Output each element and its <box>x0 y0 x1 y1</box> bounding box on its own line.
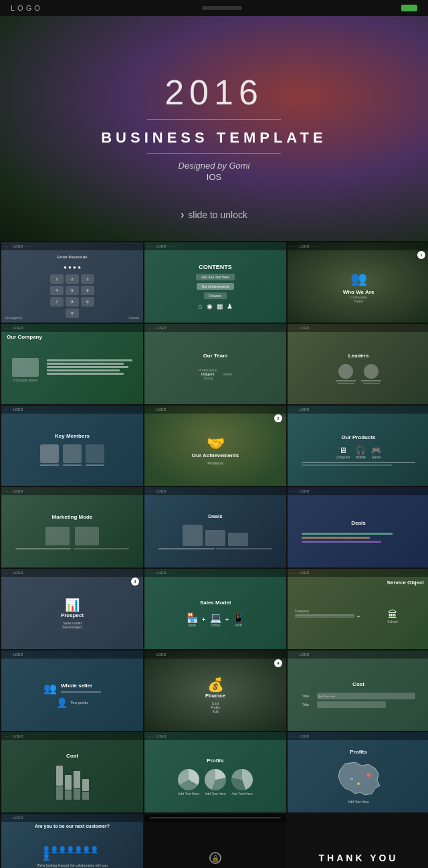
slide-profits-1[interactable]: ····· LOGO Profits Add Text Here Add Tex… <box>144 732 286 812</box>
team-label-1: Professional <box>199 368 217 372</box>
public-label: The public <box>70 701 89 705</box>
contents-icons: ⌂ ◉ ▦ ♟ <box>198 302 232 310</box>
slide-num-4: 4 <box>274 659 282 667</box>
deals-element-1 <box>183 525 203 546</box>
slide-team[interactable]: ····· LOGO Our Team Professional Diligen… <box>144 324 286 404</box>
pin-1[interactable]: 1 <box>50 274 64 284</box>
finance-add: Add <box>213 709 219 713</box>
deals1-content: Deals <box>144 487 286 568</box>
cost-bar-b <box>56 786 63 800</box>
pin-grid: 1 2 3 4 5 6 7 8 9 <box>50 274 94 307</box>
service-content: Service Object Company + 🏛 School <box>288 569 428 649</box>
slide-cost-2[interactable]: ····· LOGO Cost <box>1 732 143 812</box>
hero-subtitle: Designed by Gomi <box>179 161 250 171</box>
pin-9[interactable]: 9 <box>81 297 94 307</box>
slide-company[interactable]: ····· LOGO Our Company Company Name <box>1 324 143 404</box>
slide-5-topbar: ····· LOGO <box>144 324 286 332</box>
camera-icon: ◉ <box>207 302 213 310</box>
cost-label-title-2: Title <box>302 703 315 707</box>
profits-pie-2-label: Add Text Here <box>205 792 226 796</box>
slide-pin[interactable]: ····· LOGO ····· Enter Passcode ● ● ● ● … <box>1 242 143 323</box>
salesmodel-title: Sales Model <box>200 600 231 606</box>
pin-2[interactable]: 2 <box>66 274 79 284</box>
salesmodel-content: Sales Model 🏪 Store + 💻 Online + 📱 APP <box>144 569 286 649</box>
slide-deals-2[interactable]: ····· LOGO Deals <box>288 487 428 568</box>
profits-pie-3 <box>231 769 253 790</box>
profits1-content: Profits Add Text Here Add Text Here Add … <box>144 732 286 812</box>
slide-blank: 🔒 <box>144 814 286 868</box>
slide-finance[interactable]: ····· LOGO 4 💰 Finance Cost Profits Add <box>144 650 286 731</box>
slide-16-topbar: ····· LOGO <box>1 650 143 659</box>
company-content: Our Company Company Name <box>1 324 143 404</box>
pin-5[interactable]: 5 <box>66 286 79 295</box>
customer-content: Are you to be our next customer? 👤👤👤👤👤👤👤… <box>1 814 143 868</box>
svg-point-0 <box>366 773 370 777</box>
pin-7[interactable]: 7 <box>50 297 64 307</box>
hero-battery <box>401 5 417 11</box>
pin-0[interactable]: 0 <box>66 309 79 318</box>
slide-wholeseller[interactable]: ····· LOGO 👥 Whole seller 👤 The public <box>1 650 143 731</box>
slide-deals-1[interactable]: ····· LOGO Deals <box>144 487 286 568</box>
mkt-line-1 <box>15 548 71 549</box>
profits1-title: Profits <box>207 758 223 764</box>
prospect-sub2: Serviceobject <box>62 625 82 629</box>
deals-element-3 <box>228 533 248 546</box>
slide-contents[interactable]: ····· LOGO ····· CONTENTS Add Key Text H… <box>144 242 286 323</box>
cost2-title: Cost <box>66 753 78 759</box>
slide-14-topbar: ····· LOGO <box>144 569 286 577</box>
cost2-content: Cost <box>1 732 143 812</box>
slide-prospect[interactable]: ····· LOGO 3 📊 Prospect Sales model Serv… <box>1 569 143 649</box>
hero-unlock: › slide to unlock <box>181 209 247 221</box>
cost-bar-text-1: Add Text Here <box>317 693 415 700</box>
people-icon: 👥 <box>43 682 57 695</box>
hero-title: BUSINESS TEMPLATE <box>101 129 327 147</box>
slide-customer[interactable]: ····· LOGO Are you to be our next custom… <box>1 814 143 868</box>
cost-bar-g <box>82 779 89 791</box>
slide-logo-word: LOGO <box>13 244 23 248</box>
pin-8[interactable]: 8 <box>66 297 79 307</box>
pin-emergency: Emergency <box>5 316 22 320</box>
deals1-line-2 <box>216 548 272 549</box>
mkt-line-2 <box>74 548 129 549</box>
team-label-3: Young <box>199 376 217 380</box>
pin-6[interactable]: 6 <box>81 286 94 295</box>
deals2-content: Deals <box>288 487 428 568</box>
plus-icon-1: + <box>202 616 206 623</box>
pin-label: Enter Passcode <box>57 255 87 259</box>
slide-23-topbar <box>144 814 286 822</box>
home-icon: ⌂ <box>198 302 202 310</box>
pin-3[interactable]: 3 <box>81 274 94 284</box>
slide-leaders[interactable]: ····· LOGO Leaders <box>288 324 428 404</box>
service-school: School <box>362 620 422 624</box>
wholeseller-content: 👥 Whole seller 👤 The public <box>1 650 143 731</box>
achievements-content: 🤝 Our Achievements Products <box>144 406 286 486</box>
chevron-right-icon: › <box>181 209 184 221</box>
slide-num-3: 3 <box>131 578 139 586</box>
slide-who[interactable]: ····· LOGO ····· 1 👥 Who We Are Company … <box>288 242 428 323</box>
gamepad-icon: 🎮 <box>371 446 381 455</box>
product-1-label: Computer <box>336 455 350 459</box>
pin-dots: ● ● ● ● <box>64 264 81 270</box>
slide-marketing[interactable]: ····· LOGO Marketing Mode <box>1 487 143 568</box>
deals1-title: Deals <box>208 513 222 519</box>
customer-question: Are you to be our next customer? <box>4 824 140 829</box>
contents-item-2: Our Achievements <box>197 283 235 290</box>
money-bag-icon: 💰 <box>207 677 224 693</box>
slide-members[interactable]: ····· LOGO Key Members <box>1 406 143 486</box>
slide-achievements[interactable]: ····· LOGO 2 🤝 Our Achievements Products <box>144 406 286 486</box>
lock-icon: 🔒 <box>209 852 221 864</box>
thank-you-text: THANK YOU <box>319 853 399 863</box>
hero-slide: LOGO 2016 BUSINESS TEMPLATE Designed by … <box>0 0 428 241</box>
slide-cost-1[interactable]: ····· LOGO Cost Title Add Text Here Titl… <box>288 650 428 731</box>
member-line-1 <box>40 464 59 466</box>
profits2-title: Profits <box>350 749 366 755</box>
slide-17-topbar: ····· LOGO <box>144 650 286 659</box>
cost-bar-c <box>65 775 72 790</box>
slide-4-topbar: ····· LOGO <box>1 324 143 332</box>
slide-profits-2[interactable]: ····· LOGO Profits Add Text Here <box>288 732 428 812</box>
slide-products[interactable]: ····· LOGO Our Products 🖥 Computer 🎧 Mob… <box>288 406 428 486</box>
slide-salesmodel[interactable]: ····· LOGO Sales Model 🏪 Store + 💻 Onlin… <box>144 569 286 649</box>
slide-serviceobject[interactable]: ····· LOGO Service Object Company + 🏛 Sc… <box>288 569 428 649</box>
bank-icon: 🏛 <box>362 609 422 620</box>
pin-4[interactable]: 4 <box>50 286 64 295</box>
